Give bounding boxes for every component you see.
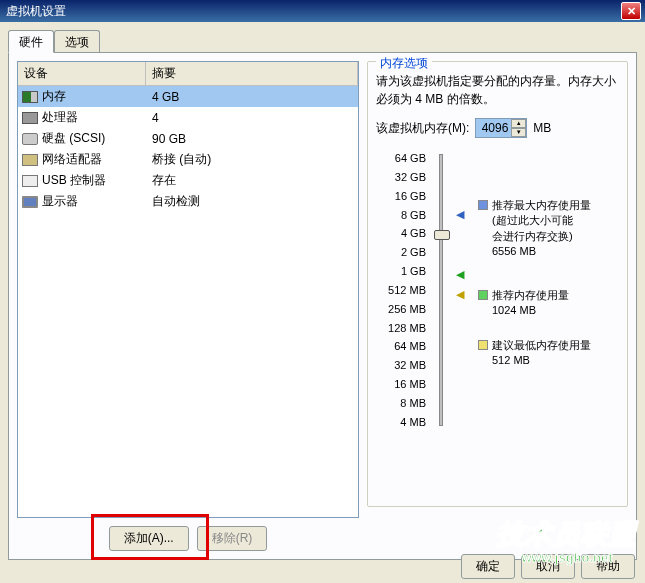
device-name: 硬盘 (SCSI) [42, 130, 146, 147]
tick-label: 4 GB [376, 227, 426, 239]
remove-button: 移除(R) [197, 526, 268, 551]
legend-max-label: 推荐最大内存使用量 [492, 199, 591, 211]
memory-unit: MB [533, 121, 551, 135]
tick-label: 64 MB [376, 340, 426, 352]
net-icon [22, 154, 38, 166]
device-name: 内存 [42, 88, 146, 105]
spin-down-icon[interactable]: ▼ [511, 128, 526, 137]
legend-rec-value: 1024 MB [492, 304, 536, 316]
titlebar: 虚拟机设置 ✕ [0, 0, 645, 22]
blue-square-icon [478, 200, 488, 210]
tick-label: 4 MB [376, 416, 426, 428]
device-summary: 自动检测 [146, 193, 358, 210]
settings-column: 内存选项 请为该虚拟机指定要分配的内存量。内存大小必须为 4 MB 的倍数。 该… [367, 61, 628, 551]
tick-label: 1 GB [376, 265, 426, 277]
memory-description: 请为该虚拟机指定要分配的内存量。内存大小必须为 4 MB 的倍数。 [376, 72, 619, 108]
tab-strip: 硬件 选项 [8, 30, 637, 52]
device-buttons: 添加(A)... 移除(R) [17, 526, 359, 551]
legend-max-value: 6556 MB [492, 245, 536, 257]
marker-column: ◀ ◀ ◀ [456, 150, 474, 430]
tick-label: 2 GB [376, 246, 426, 258]
display-icon [22, 196, 38, 208]
tab-options[interactable]: 选项 [54, 30, 100, 52]
window-title: 虚拟机设置 [4, 3, 621, 20]
slider-track-column [430, 150, 452, 430]
spin-up-icon[interactable]: ▲ [511, 119, 526, 128]
tick-label: 16 MB [376, 378, 426, 390]
memory-field-label: 该虚拟机内存(M): [376, 120, 469, 137]
tab-hardware[interactable]: 硬件 [8, 30, 54, 53]
close-button[interactable]: ✕ [621, 2, 641, 20]
device-name: 显示器 [42, 193, 146, 210]
ok-button[interactable]: 确定 [461, 554, 515, 579]
header-device: 设备 [18, 62, 146, 85]
cancel-button[interactable]: 取消 [521, 554, 575, 579]
device-list-header: 设备 摘要 [18, 62, 358, 86]
tick-label: 512 MB [376, 284, 426, 296]
device-summary: 4 GB [146, 90, 358, 104]
legend-rec-label: 推荐内存使用量 [492, 289, 569, 301]
footer-buttons: 确定 取消 帮助 [461, 554, 635, 579]
tick-label: 32 GB [376, 171, 426, 183]
device-summary: 桥接 (自动) [146, 151, 358, 168]
legend-max-note2: 会进行内存交换) [492, 230, 573, 242]
dialog-body: 硬件 选项 设备 摘要 内存 4 GB 处理器 4 [0, 22, 645, 583]
device-row-disk[interactable]: 硬盘 (SCSI) 90 GB [18, 128, 358, 149]
memory-input-row: 该虚拟机内存(M): ▲ ▼ MB [376, 118, 619, 138]
tick-label: 128 MB [376, 322, 426, 334]
disk-icon [22, 133, 38, 145]
memory-slider[interactable] [439, 154, 443, 426]
tick-label: 64 GB [376, 152, 426, 164]
device-column: 设备 摘要 内存 4 GB 处理器 4 硬盘 (SCSI) 90 GB [17, 61, 359, 551]
memory-icon [22, 91, 38, 103]
device-row-display[interactable]: 显示器 自动检测 [18, 191, 358, 212]
help-button[interactable]: 帮助 [581, 554, 635, 579]
legend-column: 推荐最大内存使用量 (超过此大小可能 会进行内存交换) 6556 MB 推荐内存… [478, 150, 619, 430]
device-row-usb[interactable]: USB 控制器 存在 [18, 170, 358, 191]
device-summary: 90 GB [146, 132, 358, 146]
device-list: 设备 摘要 内存 4 GB 处理器 4 硬盘 (SCSI) 90 GB [17, 61, 359, 518]
tick-label: 8 GB [376, 209, 426, 221]
device-row-network[interactable]: 网络适配器 桥接 (自动) [18, 149, 358, 170]
device-summary: 4 [146, 111, 358, 125]
green-square-icon [478, 290, 488, 300]
device-name: USB 控制器 [42, 172, 146, 189]
memory-slider-area: 64 GB 32 GB 16 GB 8 GB 4 GB 2 GB 1 GB 51… [376, 150, 619, 430]
legend-max: 推荐最大内存使用量 (超过此大小可能 会进行内存交换) 6556 MB [478, 198, 591, 260]
tab-panel: 设备 摘要 内存 4 GB 处理器 4 硬盘 (SCSI) 90 GB [8, 52, 637, 560]
legend-max-note1: (超过此大小可能 [492, 214, 573, 226]
device-summary: 存在 [146, 172, 358, 189]
marker-rec-icon: ◀ [456, 268, 464, 281]
device-row-cpu[interactable]: 处理器 4 [18, 107, 358, 128]
legend-min-value: 512 MB [492, 354, 530, 366]
usb-icon [22, 175, 38, 187]
slider-labels: 64 GB 32 GB 16 GB 8 GB 4 GB 2 GB 1 GB 51… [376, 150, 426, 430]
cpu-icon [22, 112, 38, 124]
device-name: 网络适配器 [42, 151, 146, 168]
add-button[interactable]: 添加(A)... [109, 526, 189, 551]
device-name: 处理器 [42, 109, 146, 126]
marker-max-icon: ◀ [456, 208, 464, 221]
legend-min: 建议最低内存使用量 512 MB [478, 338, 591, 369]
groupbox-title: 内存选项 [376, 55, 432, 72]
legend-min-label: 建议最低内存使用量 [492, 339, 591, 351]
memory-groupbox: 内存选项 请为该虚拟机指定要分配的内存量。内存大小必须为 4 MB 的倍数。 该… [367, 61, 628, 507]
header-summary: 摘要 [146, 62, 358, 85]
tick-label: 32 MB [376, 359, 426, 371]
marker-min-icon: ◀ [456, 288, 464, 301]
yellow-square-icon [478, 340, 488, 350]
tick-label: 8 MB [376, 397, 426, 409]
slider-thumb[interactable] [434, 230, 450, 240]
legend-rec: 推荐内存使用量 1024 MB [478, 288, 569, 319]
tick-label: 256 MB [376, 303, 426, 315]
device-row-memory[interactable]: 内存 4 GB [18, 86, 358, 107]
tick-label: 16 GB [376, 190, 426, 202]
